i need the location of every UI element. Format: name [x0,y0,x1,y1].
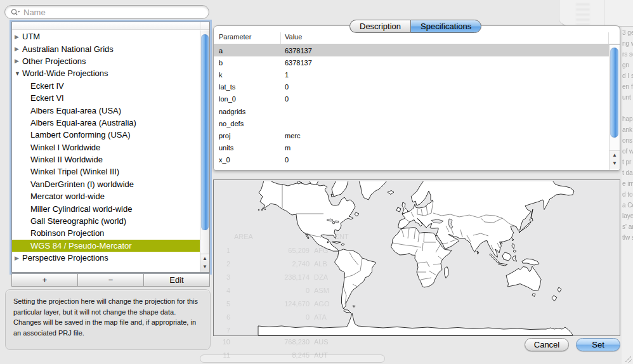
cancel-button[interactable]: Cancel [525,338,569,351]
tab-bar: Description Specifications [349,20,481,33]
list-item[interactable]: Gall Stereographic (world) [12,215,200,227]
parameter-name: proj [214,132,280,140]
table-row[interactable]: no_defs [214,117,620,129]
parameter-value: 0 [280,95,289,103]
list-scrollbar[interactable]: ▲ ▼ [200,30,209,272]
list-item[interactable]: ▶Perspective Projections [12,252,200,264]
list-item[interactable]: ▶Australian National Grids [12,42,200,55]
background-table-row: 118,245AUT [219,351,384,360]
list-item[interactable]: Winkel II Worldwide [12,153,200,166]
list-scrollbar-thumb[interactable] [201,34,209,230]
background-text-fragment: 3 get d [622,29,633,36]
scroll-up-icon[interactable]: ▲ [610,151,620,159]
parameter-name: x_0 [214,156,280,164]
list-item[interactable]: Lambert Conforming (USA) [12,129,200,141]
set-button[interactable]: Set [576,338,620,351]
list-column-header [12,22,209,30]
parameter-value: merc [280,132,300,140]
projection-list[interactable]: ▶UTM▶Australian National Grids▶Other Pro… [11,22,210,273]
table-scrollbar-thumb[interactable] [610,48,618,138]
background-text-fragment: gn [622,62,629,68]
list-item-label: Winkel I Worldwide [30,143,100,152]
parameter-name: no_defs [214,120,280,127]
list-item[interactable]: ▼World-Wide Projections [12,67,200,79]
background-table-row: 10768,230AUS [219,338,384,347]
list-item[interactable]: ▶UTM [12,30,200,42]
list-item-label: Winkel Tripel (Winkel III) [30,167,119,176]
list-item[interactable]: Robinson Projection [12,227,200,239]
list-item[interactable]: Winkel Tripel (Winkel III) [12,166,200,178]
table-row[interactable]: b6378137 [214,56,620,68]
background-window-text-column: 3 get dng wrs segnd I sen funthapankonso… [622,27,633,364]
column-parameter[interactable]: Parameter [219,33,251,41]
add-button[interactable]: + [12,274,77,286]
disclosure-right-icon[interactable]: ▶ [15,46,22,52]
list-item[interactable]: VanDerGrinten (I) worldwide [12,178,200,190]
table-row[interactable]: x_00 [214,154,620,166]
background-text-fragment: en f [622,83,633,90]
list-item-label: Lambert Conforming (USA) [30,130,131,140]
list-item[interactable]: Eckert IV [12,80,200,92]
disclosure-right-icon[interactable]: ▶ [15,34,22,40]
table-row[interactable]: nadgrids [214,105,620,117]
background-text-fragment: ng w [622,40,633,47]
parameter-value: 0 [280,83,289,91]
background-text-fragment: of w [622,148,633,155]
disclosure-right-icon[interactable]: ▶ [15,58,22,64]
list-item[interactable]: Mercator world-wide [12,190,200,202]
parameter-table[interactable]: a6378137b6378137k1lat_ts0lon_00nadgridsn… [214,44,620,166]
parameter-value: 0 [280,156,289,164]
list-item-label: Perspective Projections [22,253,108,263]
disclosure-down-icon[interactable]: ▼ [15,70,22,77]
world-map [258,181,575,335]
map-preview-panel [213,179,620,336]
background-text-fragment: hap [622,115,633,122]
list-item[interactable]: Eckert VI [12,92,200,104]
column-divider [280,32,281,44]
list-item[interactable]: Albers Equal-area (USA) [12,104,200,116]
list-item[interactable]: Winkel I Worldwide [12,141,200,153]
list-item[interactable]: ▶Other Projections [12,55,200,67]
background-window-list [576,3,590,25]
table-scrollbar[interactable]: ▲ ▼ [609,45,620,170]
parameter-name: units [214,144,280,152]
list-item-label: Eckert IV [30,81,64,91]
background-text-fragment: s' and t [622,223,633,230]
table-row[interactable]: projmerc [214,129,620,141]
background-text-fragment: rs se [622,51,633,58]
disclosure-right-icon[interactable]: ▶ [15,255,22,261]
list-item-label: UTM [22,32,40,41]
help-text: Setting the projection here will change … [5,289,211,350]
list-item-label: Eckert VI [30,93,64,103]
background-text-fragment: tlw sho [622,234,633,241]
tab-specifications[interactable]: Specifications [410,20,481,33]
scroll-down-icon[interactable]: ▼ [200,263,209,271]
remove-button[interactable]: − [77,274,143,286]
parameter-value: 6378137 [280,47,312,55]
list-item[interactable]: Albers Equal-area (Australia) [12,117,200,129]
table-row[interactable]: unitsm [214,142,620,154]
table-row[interactable]: a6378137 [214,44,620,56]
table-row[interactable]: lat_ts0 [214,81,620,93]
resize-grip-icon[interactable] [623,354,632,363]
projection-tree[interactable]: ▶UTM▶Australian National Grids▶Other Pro… [12,30,200,272]
edit-button[interactable]: Edit [143,274,209,286]
list-item-label: Robinson Projection [30,228,104,238]
scroll-down-icon[interactable]: ▼ [610,159,620,167]
background-text-fragment: ank [622,126,632,133]
table-row[interactable]: lon_00 [214,93,620,105]
tab-description[interactable]: Description [349,20,410,33]
parameter-value: m [280,144,290,152]
search-input[interactable]: Name [4,5,209,19]
background-window-divider [604,0,604,25]
list-item-label: Other Projections [22,56,86,66]
table-row[interactable]: k1 [214,68,620,81]
column-value[interactable]: Value [285,33,302,41]
background-text-fragment: unt [622,94,631,101]
list-item[interactable]: Miller Cylindrical world-wide [12,202,200,214]
column-divider [608,32,609,44]
parameter-name: lat_ts [214,83,280,91]
scroll-up-icon[interactable]: ▲ [200,254,209,263]
list-item[interactable]: WGS 84 / Pseudo-Mercator [12,240,200,252]
background-text-fragment: layer in [622,212,633,219]
